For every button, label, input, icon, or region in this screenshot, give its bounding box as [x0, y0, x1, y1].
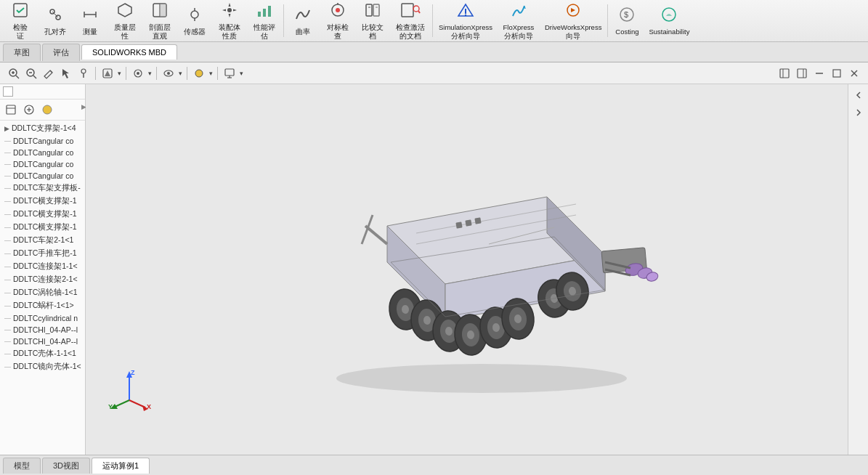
list-item[interactable]: —DDLTCangular co [0, 135, 85, 147]
svg-marker-47 [105, 70, 110, 76]
jiancha-label: 检查激活的文档 [396, 23, 425, 40]
driveworksxpress-icon [562, 1, 584, 22]
tab-pingjia[interactable]: 评估 [42, 44, 80, 61]
toolbar-item-floxpress[interactable]: FloXpress分析向导 [497, 1, 540, 40]
minimize-button[interactable] [811, 65, 827, 81]
maximize-button[interactable] [829, 65, 845, 81]
list-item[interactable]: —DDLTCHI_04-AP--l [0, 324, 85, 336]
list-item[interactable]: —DDLTCcylindrical n [0, 312, 85, 324]
list-item[interactable]: —DDLTC车架2-1<1 [0, 234, 85, 247]
list-item[interactable]: —DDLTC连接架1-1< [0, 260, 85, 273]
tb2-dropdown-hide[interactable]: ▾ [179, 70, 182, 77]
ri-arrow-left[interactable] [851, 87, 867, 103]
lp-home-icon[interactable] [3, 102, 19, 118]
close-button[interactable] [846, 65, 862, 81]
list-item[interactable]: —DDLTC车架支撑板- [0, 182, 85, 195]
hide-show-button[interactable] [161, 65, 177, 81]
svg-point-44 [81, 69, 86, 73]
list-item[interactable]: —DDLTC横支撑架-1 [0, 221, 85, 234]
svg-rect-64 [7, 105, 15, 114]
ri-arrow-right[interactable] [851, 105, 867, 121]
toolbar-divider-3 [607, 4, 608, 37]
toolbar-item-costing[interactable]: $ Costing [609, 1, 644, 40]
svg-line-42 [50, 70, 52, 73]
view-button[interactable] [130, 65, 146, 81]
list-item[interactable]: —DDLTC横支撑架-1 [0, 208, 85, 221]
toolbar-item-sustainability[interactable]: Sustainability [644, 1, 694, 40]
toolbar-item-celiang[interactable]: 测量 [73, 1, 108, 40]
lp-circle-icon[interactable] [39, 102, 55, 118]
list-item[interactable]: —DDLTCangular co [0, 158, 85, 170]
toolbar-item-qulv[interactable]: 曲率 [285, 1, 320, 40]
tb2-sep-2 [126, 67, 126, 80]
tab-solidworks-mbd[interactable]: SOLIDWORKS MBD [81, 44, 177, 60]
expand-left-button[interactable] [776, 65, 792, 81]
simulationxpress-label: SimulationXpress分析向导 [439, 23, 492, 40]
list-item[interactable]: —DDLTC手推车把-1 [0, 247, 85, 260]
svg-rect-61 [833, 70, 840, 77]
toolbar-item-jiancha[interactable]: 检查激活的文档 [390, 1, 431, 40]
duibiao-icon [329, 1, 346, 22]
svg-text:Y: Y [108, 403, 113, 410]
tb2-dropdown-view[interactable]: ▾ [148, 70, 152, 77]
pin-button[interactable] [76, 65, 92, 81]
select-button[interactable] [58, 65, 74, 81]
toolbar-item-zhuangpei[interactable]: 装配体性质 [212, 1, 247, 40]
list-item[interactable]: —DDLTC横支撑架-1 [0, 195, 85, 208]
svg-line-36 [16, 76, 19, 78]
toolbar-item-xingneng[interactable]: 性能评估 [247, 1, 282, 40]
svg-rect-15 [258, 12, 261, 17]
list-item[interactable]: ▶DDLTC支撑架-1<4 [0, 122, 85, 135]
tb2-sep-5 [217, 67, 218, 80]
simulationxpress-icon [455, 1, 476, 22]
tb2-dropdown-monitor[interactable]: ▾ [240, 70, 243, 77]
costing-icon: $ [618, 6, 636, 26]
btab-yundong-suili[interactable]: 运动算例1 [92, 458, 150, 474]
svg-rect-78 [466, 219, 472, 226]
toolbar-item-bijiao[interactable]: 比较文档 [355, 1, 390, 40]
secondary-toolbar: ▾ ▾ ▾ ▾ ▾ [0, 62, 868, 84]
toolbar-item-jianmian[interactable]: 剖面层直观 [142, 1, 177, 40]
tb2-dropdown-display[interactable]: ▾ [118, 70, 121, 77]
lp-plus-icon[interactable] [21, 102, 37, 118]
xingneng-label: 性能评估 [253, 23, 275, 40]
display-mode-button[interactable] [100, 65, 115, 81]
toolbar-item-jianzhen[interactable]: 检验证 [3, 1, 38, 40]
toolbar-item-duibiao[interactable]: 对标检查 [320, 1, 355, 40]
expand-right-button[interactable] [794, 65, 810, 81]
zoom-out-button[interactable] [23, 65, 39, 81]
list-item[interactable]: —DDLTCangular co [0, 170, 85, 182]
svg-point-30 [465, 15, 466, 16]
btab-moxing[interactable]: 模型 [3, 458, 41, 474]
btab-3d-shitu[interactable]: 3D视图 [42, 458, 90, 474]
list-item[interactable]: —DDLTC壳体-1-1<1 [0, 347, 85, 360]
jiancha-icon [400, 1, 421, 22]
toolbar-item-driveworksxpress[interactable]: DriveWorksXpress向导 [540, 1, 606, 40]
list-item[interactable]: —DDLTC连接架2-1< [0, 273, 85, 286]
floxpress-icon [509, 1, 528, 22]
list-item[interactable]: —DDLTC蜗杆-1<1> [0, 299, 85, 312]
toolbar-item-chuanganqi[interactable]: 传感器 [177, 1, 212, 40]
list-item[interactable]: —DDLTC镜向壳体-1< [0, 360, 85, 373]
tab-caotu[interactable]: 草图 [3, 44, 41, 61]
toolbar-item-zhiliang[interactable]: 质量层性 [108, 1, 142, 40]
list-item[interactable]: —DDLTCHI_04-AP--l [0, 336, 85, 347]
toolbar-item-kongduiqi[interactable]: 孔对齐 [38, 1, 73, 40]
3d-model-view [271, 131, 692, 407]
pencil-button[interactable] [41, 65, 57, 81]
tb2-sep-4 [187, 67, 187, 80]
tb2-dropdown-color[interactable]: ▾ [209, 70, 213, 77]
toolbar-item-simulationxpress[interactable]: SimulationXpress分析向导 [434, 1, 497, 40]
monitor-button[interactable] [222, 65, 238, 81]
list-item[interactable]: —DDLTCangular co [0, 147, 85, 158]
main-area: ▶DDLTC支撑架-1<4 —DDLTCangular co —DDLTCang… [0, 84, 868, 455]
right-panel [848, 84, 868, 455]
zoom-in-button[interactable] [6, 65, 22, 81]
left-panel-icons [0, 84, 85, 100]
list-item[interactable]: —DDLTC涡轮轴-1<1 [0, 286, 85, 299]
viewport[interactable]: Z X Y [86, 84, 848, 455]
expand-toggle[interactable] [3, 86, 13, 97]
color-button[interactable] [191, 65, 207, 81]
qulv-icon [294, 6, 312, 26]
jianzhen-label: 检验证 [13, 23, 28, 40]
